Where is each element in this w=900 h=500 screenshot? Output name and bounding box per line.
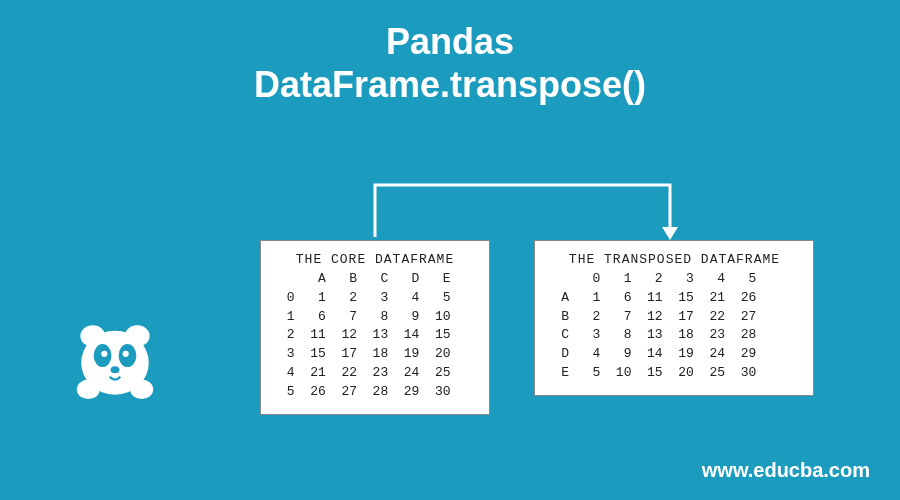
footer-url: www.educba.com bbox=[702, 459, 870, 482]
transposed-table-title: THE TRANSPOSED DATAFRAME bbox=[553, 251, 795, 270]
table-row: A B C D E bbox=[279, 270, 471, 289]
table-row: D 4 9 14 19 24 29 bbox=[553, 345, 795, 364]
svg-point-5 bbox=[101, 351, 107, 357]
table-row: 0 1 2 3 4 5 bbox=[553, 270, 795, 289]
table-row: C 3 8 13 18 23 28 bbox=[553, 326, 795, 345]
table-row: A 1 6 11 15 21 26 bbox=[553, 289, 795, 308]
svg-point-8 bbox=[77, 380, 100, 400]
svg-point-7 bbox=[111, 366, 120, 373]
core-table-body: A B C D E 0 1 2 3 4 5 1 6 7 8 9 10 2 11 … bbox=[279, 270, 471, 402]
svg-point-9 bbox=[130, 380, 153, 400]
table-row: 5 26 27 28 29 30 bbox=[279, 383, 471, 402]
title-line2: DataFrame.transpose() bbox=[0, 63, 900, 106]
svg-marker-10 bbox=[662, 227, 678, 240]
core-dataframe-table: THE CORE DATAFRAME A B C D E 0 1 2 3 4 5… bbox=[260, 240, 490, 415]
arrow-icon bbox=[260, 175, 820, 250]
table-row: E 5 10 15 20 25 30 bbox=[553, 364, 795, 383]
transposed-dataframe-table: THE TRANSPOSED DATAFRAME 0 1 2 3 4 5 A 1… bbox=[534, 240, 814, 396]
table-row: 3 15 17 18 19 20 bbox=[279, 345, 471, 364]
transposed-table-body: 0 1 2 3 4 5 A 1 6 11 15 21 26 B 2 7 12 1… bbox=[553, 270, 795, 383]
tables-area: THE CORE DATAFRAME A B C D E 0 1 2 3 4 5… bbox=[260, 240, 820, 415]
table-row: B 2 7 12 17 22 27 bbox=[553, 308, 795, 327]
core-table-title: THE CORE DATAFRAME bbox=[279, 251, 471, 270]
table-row: 4 21 22 23 24 25 bbox=[279, 364, 471, 383]
page-title: Pandas DataFrame.transpose() bbox=[0, 0, 900, 106]
title-line1: Pandas bbox=[0, 20, 900, 63]
table-row: 2 11 12 13 14 15 bbox=[279, 326, 471, 345]
table-row: 0 1 2 3 4 5 bbox=[279, 289, 471, 308]
panda-icon bbox=[70, 320, 160, 400]
table-row: 1 6 7 8 9 10 bbox=[279, 308, 471, 327]
svg-point-6 bbox=[123, 351, 129, 357]
